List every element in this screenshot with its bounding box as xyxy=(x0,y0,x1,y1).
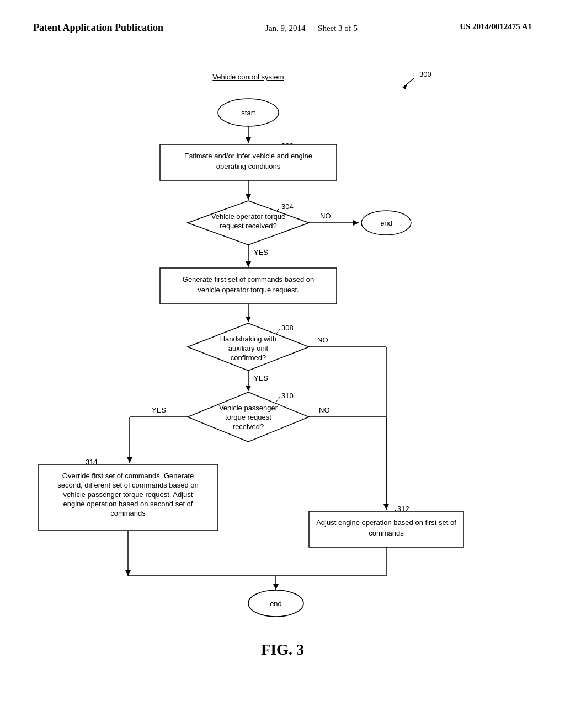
no-308: NO xyxy=(317,336,328,344)
node-314-line4: engine operation based on second set of xyxy=(63,500,193,508)
svg-marker-12 xyxy=(353,220,359,226)
ref-310: 310 xyxy=(281,392,294,400)
node-308-line1: Handshaking with xyxy=(220,335,277,343)
svg-marker-31 xyxy=(127,457,132,463)
node-302-line2: operating conditions xyxy=(216,162,281,170)
publication-label: Patent Application Publication xyxy=(33,22,163,34)
no-310: NO xyxy=(319,406,330,414)
svg-marker-8 xyxy=(246,194,251,200)
yes-304: YES xyxy=(254,248,268,256)
node-314-line5: commands xyxy=(110,509,146,517)
end-right-node: end xyxy=(380,219,392,227)
svg-line-27 xyxy=(276,397,280,402)
svg-marker-19 xyxy=(246,317,251,322)
sheet-label: Sheet 3 of 5 xyxy=(318,24,358,33)
node-304-line1: Vehicle operator torque xyxy=(211,212,285,221)
node-306-line2: vehicle operator torque request. xyxy=(198,286,299,294)
svg-marker-26 xyxy=(246,386,251,391)
ref-304: 304 xyxy=(281,202,294,211)
patent-number: US 2014/0012475 A1 xyxy=(460,22,532,31)
start-node: start xyxy=(241,109,255,117)
svg-line-20 xyxy=(276,329,280,334)
no-304: NO xyxy=(320,212,331,220)
svg-marker-44 xyxy=(273,584,279,590)
node-312-line1: Adjust engine operation based on first s… xyxy=(316,518,456,527)
header-center: Jan. 9, 2014 Sheet 3 of 5 xyxy=(265,22,358,35)
node-314-line2: second, different set of commands based … xyxy=(57,481,199,489)
svg-marker-15 xyxy=(246,261,251,267)
end-bottom-node: end xyxy=(270,599,282,608)
yes-310: YES xyxy=(152,406,166,414)
date-label: Jan. 9, 2014 xyxy=(265,24,306,33)
node-312-line2: commands xyxy=(369,529,404,537)
node-306-line1: Generate first set of commands based on xyxy=(183,275,314,283)
fig-label: FIG. 3 xyxy=(261,641,304,659)
svg-marker-39 xyxy=(125,570,131,576)
svg-marker-4 xyxy=(246,137,251,143)
node-308-line3: confirmed? xyxy=(231,354,266,362)
node-310-line3: received? xyxy=(233,422,264,431)
ref-308: 308 xyxy=(281,324,294,332)
node-304-line2: request received? xyxy=(220,222,276,230)
diagram-title: Vehicle control system xyxy=(212,73,284,81)
node-302-line1: Estimate and/or infer vehicle and engine xyxy=(184,152,312,160)
diagram-area: Vehicle control system 300 start 302 Est… xyxy=(0,46,565,681)
ref-300: 300 xyxy=(419,70,431,78)
node-314-line3: vehicle passenger torque request. Adjust xyxy=(63,490,193,499)
node-314-line1: Override first set of commands. Generate xyxy=(62,472,194,480)
node-308-line2: auxiliary unit xyxy=(228,344,269,352)
node-310-line1: Vehicle passenger xyxy=(219,404,278,412)
page-header: Patent Application Publication Jan. 9, 2… xyxy=(0,0,565,46)
yes-308: YES xyxy=(254,374,268,382)
flowchart-svg: Vehicle control system 300 start 302 Est… xyxy=(0,46,565,681)
node-310-line2: torque request xyxy=(225,413,271,421)
